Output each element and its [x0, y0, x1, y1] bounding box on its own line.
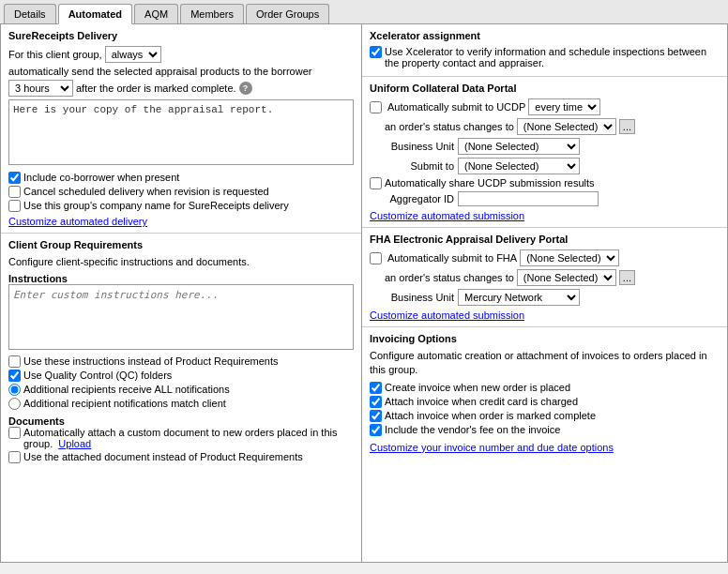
- ucdp-submit-label: Submit to: [370, 160, 454, 172]
- cancel-scheduled-checkbox[interactable]: [8, 186, 21, 198]
- invoice-create-checkbox[interactable]: [370, 382, 382, 394]
- ucdp-auto-checkbox[interactable]: [370, 101, 382, 113]
- ucdp-share-checkbox[interactable]: [370, 177, 382, 189]
- invoice-vendor-fee-label: Include the vendor's fee on the invoice: [385, 424, 560, 435]
- ucdp-title: Uniform Collateral Data Portal: [370, 83, 720, 94]
- use-qc-label: Use Quality Control (QC) folders: [23, 370, 172, 381]
- invoice-attach-cc-label: Attach invoice when credit card is charg…: [385, 396, 578, 407]
- all-notifications-radio[interactable]: [8, 384, 21, 396]
- invoice-create-label: Create invoice when new order is placed: [385, 382, 570, 393]
- invoice-attach-complete-label: Attach invoice when order is marked comp…: [385, 410, 596, 421]
- use-instructions-label: Use these instructions instead of Produc…: [23, 355, 278, 367]
- include-coborrower-label: Include co-borrower when present: [23, 172, 179, 183]
- fha-section: FHA Electronic Appraisal Delivery Portal…: [362, 228, 727, 327]
- ucdp-bu-select[interactable]: (None Selected): [458, 138, 580, 155]
- tab-details[interactable]: Details: [4, 4, 56, 23]
- use-attached-checkbox[interactable]: [8, 451, 21, 463]
- all-notifications-label: Additional recipients receive ALL notifi…: [23, 384, 230, 395]
- ucdp-aggregator-row: Aggregator ID: [370, 191, 720, 206]
- xcelerator-title: Xcelerator assignment: [370, 30, 720, 41]
- fha-auto-row: Automatically submit to FHA (None Select…: [370, 249, 720, 266]
- sure-receipts-title: SureReceipts Delivery: [8, 30, 354, 41]
- fha-title: FHA Electronic Appraisal Delivery Portal: [370, 234, 720, 245]
- use-qc-checkbox[interactable]: [8, 370, 21, 382]
- ucdp-auto-row: Automatically submit to UCDP every time …: [370, 98, 720, 115]
- ucdp-status-row: an order's status changes to (None Selec…: [370, 118, 720, 135]
- fha-bu-select[interactable]: Mercury Network: [458, 289, 580, 306]
- tab-members[interactable]: Members: [180, 4, 244, 23]
- tab-order-groups[interactable]: Order Groups: [246, 4, 329, 23]
- invoice-attach-cc-checkbox[interactable]: [370, 396, 382, 408]
- invoice-attach-cc-row: Attach invoice when credit card is charg…: [370, 396, 720, 408]
- sure-receipts-section: SureReceipts Delivery For this client gr…: [1, 24, 361, 234]
- fha-status-ellipsis[interactable]: ...: [619, 270, 635, 285]
- all-notifications-row: Additional recipients receive ALL notifi…: [8, 384, 354, 396]
- documents-title: Documents: [8, 415, 354, 427]
- ucdp-status-label: an order's status changes to: [385, 121, 514, 132]
- ucdp-business-unit-row: Business Unit (None Selected): [370, 138, 720, 155]
- ucdp-bu-label: Business Unit: [370, 141, 454, 152]
- use-attached-label: Use the attached document instead of Pro…: [23, 451, 303, 462]
- ucdp-every-time-select[interactable]: every time once: [528, 98, 600, 115]
- match-client-label: Additional recipient notifications match…: [23, 398, 226, 409]
- invoice-vendor-fee-row: Include the vendor's fee on the invoice: [370, 424, 720, 436]
- tab-aqm[interactable]: AQM: [134, 4, 178, 23]
- upload-link[interactable]: Upload: [58, 438, 91, 449]
- xcelerator-checkbox[interactable]: [370, 46, 382, 58]
- match-client-row: Additional recipient notifications match…: [8, 398, 354, 410]
- use-instructions-row: Use these instructions instead of Produc…: [8, 355, 354, 368]
- sure-receipts-row1: For this client group, always never auto…: [8, 46, 354, 77]
- match-client-radio[interactable]: [8, 398, 21, 410]
- ucdp-customize-link[interactable]: Customize automated submission: [370, 210, 524, 221]
- client-group-title: Client Group Requirements: [8, 239, 354, 250]
- tab-automated[interactable]: Automated: [58, 4, 132, 24]
- invoice-create-row: Create invoice when new order is placed: [370, 382, 720, 394]
- auto-send-text: automatically send the selected appraisa…: [8, 66, 311, 77]
- customize-delivery-link[interactable]: Customize automated delivery: [8, 216, 147, 227]
- ucdp-submit-select[interactable]: (None Selected): [458, 158, 580, 174]
- attach-doc-row: Automatically attach a custom document t…: [8, 427, 354, 449]
- ucdp-section: Uniform Collateral Data Portal Automatic…: [362, 77, 727, 228]
- instructions-textarea[interactable]: [8, 284, 354, 350]
- email-body-textarea[interactable]: Here is your copy of the appraisal repor…: [8, 99, 354, 165]
- use-company-name-checkbox[interactable]: [8, 200, 21, 212]
- fha-business-unit-row: Business Unit Mercury Network: [370, 289, 720, 306]
- include-coborrower-row: Include co-borrower when present: [8, 172, 354, 184]
- xcelerator-section: Xcelerator assignment Use Xcelerator to …: [362, 24, 727, 77]
- xcelerator-row: Use Xcelerator to verify information and…: [370, 46, 720, 68]
- main-content: SureReceipts Delivery For this client gr…: [0, 24, 728, 563]
- tabs-bar: Details Automated AQM Members Order Grou…: [0, 0, 728, 24]
- use-instructions-checkbox[interactable]: [8, 355, 21, 368]
- hours-select[interactable]: 3 hours 1 hour 6 hours 12 hours 24 hours: [8, 80, 73, 97]
- invoice-attach-complete-row: Attach invoice when order is marked comp…: [370, 410, 720, 422]
- ucdp-status-ellipsis[interactable]: ...: [619, 119, 635, 134]
- ucdp-submit-to-row: Submit to (None Selected): [370, 158, 720, 174]
- invoice-attach-complete-checkbox[interactable]: [370, 410, 382, 422]
- include-coborrower-checkbox[interactable]: [8, 172, 21, 184]
- fha-status-row: an order's status changes to (None Selec…: [370, 269, 720, 286]
- invoicing-description: Configure automatic creation or attachme…: [370, 349, 720, 378]
- invoicing-customize-link[interactable]: Customize your invoice number and due da…: [370, 442, 614, 453]
- client-group-section: Client Group Requirements Configure clie…: [1, 234, 361, 562]
- fha-status-select[interactable]: (None Selected): [520, 249, 619, 266]
- invoicing-title: Invoicing Options: [370, 333, 720, 344]
- invoice-vendor-fee-checkbox[interactable]: [370, 424, 382, 436]
- sure-receipts-row2: 3 hours 1 hour 6 hours 12 hours 24 hours…: [8, 80, 354, 97]
- always-select[interactable]: always never: [105, 46, 161, 63]
- ucdp-status-select[interactable]: (None Selected): [517, 118, 616, 135]
- ucdp-auto-label: Automatically submit to UCDP: [387, 101, 525, 113]
- left-panel: SureReceipts Delivery For this client gr…: [1, 24, 362, 562]
- instructions-label: Instructions: [8, 273, 354, 284]
- fha-customize-link[interactable]: Customize automated submission: [370, 310, 524, 321]
- fha-bu-label: Business Unit: [370, 292, 454, 303]
- fha-status-changes-select[interactable]: (None Selected): [517, 269, 616, 286]
- help-icon[interactable]: ?: [239, 82, 252, 95]
- ucdp-aggregator-input[interactable]: [458, 191, 599, 206]
- cancel-scheduled-label: Cancel scheduled delivery when revision …: [23, 186, 269, 197]
- fha-status-label: an order's status changes to: [385, 272, 514, 283]
- use-company-name-label: Use this group's company name for SureRe…: [23, 200, 289, 211]
- after-text: after the order is marked complete.: [76, 83, 236, 94]
- use-attached-row: Use the attached document instead of Pro…: [8, 451, 354, 463]
- fha-auto-checkbox[interactable]: [370, 252, 382, 264]
- attach-doc-checkbox[interactable]: [8, 427, 21, 439]
